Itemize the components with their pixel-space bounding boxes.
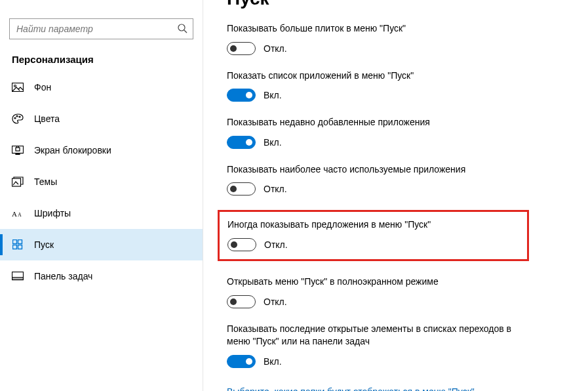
svg-rect-7 xyxy=(12,146,24,154)
toggle-state: Вкл. xyxy=(264,137,282,148)
svg-point-6 xyxy=(19,116,20,117)
sidebar-item-start[interactable]: Пуск xyxy=(0,229,203,260)
svg-text:A: A xyxy=(18,212,22,218)
svg-point-5 xyxy=(16,115,18,117)
search-input[interactable] xyxy=(16,24,177,34)
setting-label: Показывать больше плиток в меню "Пуск" xyxy=(227,22,515,35)
font-icon: A A xyxy=(12,207,24,219)
taskbar-icon xyxy=(12,270,24,282)
start-icon xyxy=(12,239,24,251)
svg-rect-9 xyxy=(16,148,20,151)
setting-more-tiles: Показывать больше плиток в меню "Пуск" О… xyxy=(227,22,581,55)
toggle-state: Откл. xyxy=(264,43,287,54)
setting-app-list: Показать список приложений в меню "Пуск"… xyxy=(227,70,581,102)
toggle-fullscreen[interactable] xyxy=(227,295,256,308)
sidebar-item-background[interactable]: Фон xyxy=(0,72,203,103)
page-title: Пуск xyxy=(227,0,581,9)
svg-point-3 xyxy=(14,85,16,87)
sidebar-item-taskbar[interactable]: Панель задач xyxy=(0,260,203,292)
sidebar-item-label: Панель задач xyxy=(34,271,92,281)
sidebar-item-themes[interactable]: Темы xyxy=(0,166,203,197)
setting-fullscreen: Открывать меню "Пуск" в полноэкранном ре… xyxy=(227,276,581,308)
sidebar-item-label: Пуск xyxy=(34,239,54,250)
svg-point-4 xyxy=(14,117,16,119)
toggle-suggestions[interactable] xyxy=(227,238,256,251)
toggle-state: Откл. xyxy=(264,297,287,307)
toggle-state: Откл. xyxy=(264,184,287,194)
setting-most-used: Показывать наиболее часто используемые п… xyxy=(227,163,581,196)
svg-rect-18 xyxy=(12,278,24,280)
sidebar-item-fonts[interactable]: A A Шрифты xyxy=(0,197,203,229)
sidebar-item-label: Фон xyxy=(34,82,51,93)
toggle-state: Вкл. xyxy=(264,356,282,367)
search-icon xyxy=(177,23,187,35)
palette-icon xyxy=(12,113,24,125)
folders-link[interactable]: Выберите, какие папки будут отображаться… xyxy=(227,386,475,391)
picture-icon xyxy=(12,81,24,93)
sidebar-item-label: Темы xyxy=(34,176,57,187)
svg-line-1 xyxy=(184,30,187,33)
sidebar-item-label: Шрифты xyxy=(34,208,71,218)
toggle-jumplists[interactable] xyxy=(227,355,256,368)
toggle-state: Вкл. xyxy=(264,90,282,100)
setting-label: Открывать меню "Пуск" в полноэкранном ре… xyxy=(227,276,515,289)
svg-rect-13 xyxy=(13,240,17,244)
sidebar-item-label: Цвета xyxy=(34,113,60,124)
toggle-state: Откл. xyxy=(264,239,288,250)
sidebar: Персонализация Фон Цвета Экран блокировк… xyxy=(0,0,203,391)
search-box[interactable] xyxy=(9,18,193,39)
content: Пуск Показывать больше плиток в меню "Пу… xyxy=(203,0,588,391)
toggle-recently-added[interactable] xyxy=(227,136,256,149)
section-header: Персонализация xyxy=(0,51,203,72)
sidebar-item-lockscreen[interactable]: Экран блокировки xyxy=(0,134,203,166)
setting-label: Показывать последние открытые элементы в… xyxy=(227,323,515,348)
svg-text:A: A xyxy=(12,210,17,218)
setting-label: Иногда показывать предложения в меню "Пу… xyxy=(227,218,516,232)
toggle-more-tiles[interactable] xyxy=(227,42,256,55)
setting-jumplists: Показывать последние открытые элементы в… xyxy=(227,323,581,368)
svg-rect-16 xyxy=(18,245,22,249)
highlight-box: Иногда показывать предложения в меню "Пу… xyxy=(218,210,529,261)
svg-point-0 xyxy=(178,24,185,31)
setting-label: Показывать недавно добавленные приложени… xyxy=(227,116,515,129)
setting-recently-added: Показывать недавно добавленные приложени… xyxy=(227,116,581,149)
lockscreen-icon xyxy=(12,144,24,156)
theme-icon xyxy=(12,176,24,188)
sidebar-item-label: Экран блокировки xyxy=(34,145,111,155)
setting-label: Показать список приложений в меню "Пуск" xyxy=(227,70,515,83)
setting-label: Показывать наиболее часто используемые п… xyxy=(227,163,515,176)
svg-rect-15 xyxy=(13,245,17,249)
toggle-most-used[interactable] xyxy=(227,182,256,196)
setting-suggestions: Иногда показывать предложения в меню "Пу… xyxy=(227,218,519,251)
sidebar-item-colors[interactable]: Цвета xyxy=(0,103,203,134)
svg-rect-8 xyxy=(16,154,20,155)
svg-rect-14 xyxy=(18,240,22,244)
toggle-app-list[interactable] xyxy=(227,89,256,102)
